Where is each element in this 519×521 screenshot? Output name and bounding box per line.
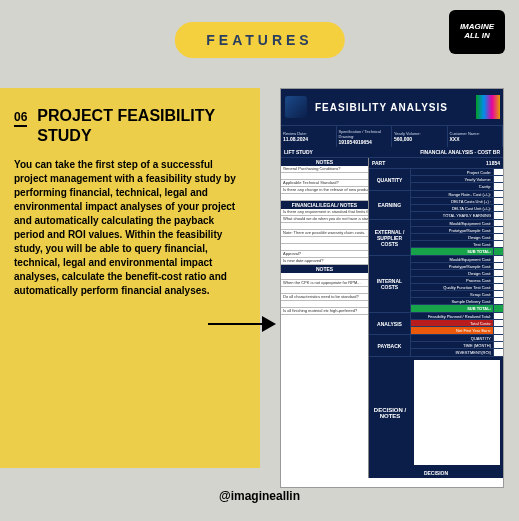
feasibility-document-preview: FEASIBILITY ANALYSIS Review Date: 11.08.…: [280, 88, 504, 488]
brand-logo: IMAGINE ALL IN: [449, 10, 505, 54]
doc-right-column: PART 11854 QUANTITYProject Code:Yearly V…: [369, 158, 503, 478]
notes-line: Do all characteristics need to be standa…: [281, 294, 368, 301]
part-number: 11854: [486, 160, 500, 166]
quantity-section: QUANTITYProject Code:Yearly Volume:Cavit…: [369, 169, 503, 191]
internal-row: Design Cost:: [411, 270, 503, 277]
decision-box: [414, 360, 500, 465]
external-row: Test Cost:: [411, 241, 503, 248]
spec-value: 191954919654: [339, 139, 390, 145]
part-label: PART: [372, 160, 385, 166]
external-row: Design Cost:: [411, 234, 503, 241]
notes-line: [281, 237, 368, 244]
features-heading: FEATURES: [174, 22, 344, 58]
notes-line: General Purchasing Conditions?: [281, 166, 368, 173]
internal-row: Process Cost:: [411, 277, 503, 284]
notes-line: [281, 223, 368, 230]
lift-study-label: LIFT STUDY: [284, 149, 313, 155]
payback-section: PAYBACKQUANTITYTIME (MONTH)INVESTMENT(RO…: [369, 335, 503, 357]
notes-line: Is there any change in the release of ne…: [281, 187, 368, 194]
earning-section: EARNINGRange Rate.. Cost (+/-):DELTA Cos…: [369, 191, 503, 220]
notes-line: [281, 287, 368, 294]
doc-header: FEASIBILITY ANALYSIS: [281, 89, 503, 125]
notes-line: Is all finishing material etc high-prefe…: [281, 308, 368, 315]
earning-row: DELTA Cost Unit (+/-):: [411, 205, 503, 212]
customer-value: XXX: [450, 136, 501, 142]
earning-row: Range Rate.. Cost (+/-):: [411, 191, 503, 198]
analysis-row: Total Costs:: [411, 320, 503, 327]
notes-line: Approval?: [281, 251, 368, 258]
earning-row: DELTA Costs Unit (+) :: [411, 198, 503, 205]
notes-heading: NOTES: [281, 158, 368, 166]
external-row: Prototype/Sample Cost:: [411, 227, 503, 234]
doc-info-row: Review Date: 11.08.2024 Specification / …: [281, 125, 503, 147]
decision-section: DECISION / NOTES: [369, 357, 503, 468]
notes-heading-2: NOTES: [281, 265, 368, 273]
analysis-row: Feasibility Planned / Realized Total:: [411, 313, 503, 320]
volume-value: 560,000: [394, 136, 445, 142]
external-section: EXTERNAL / SUPPLIER COSTSMould/Equipment…: [369, 220, 503, 256]
social-handle: @imagineallin: [219, 489, 300, 503]
quantity-row: Cavity:: [411, 183, 503, 190]
external-row: Mould/Equipment Cost:: [411, 220, 503, 227]
notes-line: Note: There are possible warranty claim …: [281, 230, 368, 237]
notes-line: [281, 244, 368, 251]
notes-line: What should we do when you do not have a…: [281, 216, 368, 223]
financial-legal-notes-heading: FINANCIAL/LEGAL/ NOTES: [281, 201, 368, 209]
payback-row: QUANTITY: [411, 335, 503, 342]
feature-description: You can take the first step of a success…: [14, 158, 246, 298]
internal-row: Sample Delivery Cost:: [411, 298, 503, 305]
quantity-row: Yearly Volume:: [411, 176, 503, 183]
chart-bars-icon: [476, 95, 500, 119]
external-subtotal: SUB TOTAL:: [411, 248, 503, 255]
analysis-section: ANALYSISFeasibility Planned / Realized T…: [369, 313, 503, 335]
payback-row: INVESTMENT(ROI): [411, 349, 503, 356]
decision-label: DECISION / NOTES: [369, 357, 411, 468]
internal-row: Scrap Cost:: [411, 291, 503, 298]
analysis-row: Net First Year Earn:: [411, 327, 503, 334]
feature-number: 06: [14, 110, 27, 127]
notes-line: Is there any requirement in standard tha…: [281, 209, 368, 216]
notes-line: [281, 301, 368, 308]
notes-line: [281, 194, 368, 201]
payback-row: TIME (MONTH): [411, 342, 503, 349]
internal-row: Prototype/Sample Cost:: [411, 263, 503, 270]
doc-title: FEASIBILITY ANALYSIS: [315, 102, 448, 113]
internal-subtotal: SUB TOTAL:: [411, 305, 503, 312]
internal-row: Mould/Equipment Cost:: [411, 256, 503, 263]
quantity-label: QUANTITY: [369, 169, 411, 190]
earning-row: TOTAL YEARLY EARNING: [411, 212, 503, 219]
notes-line: When the CPK is not appropriate for RPM.…: [281, 280, 368, 287]
analysis-label: ANALYSIS: [369, 313, 411, 334]
review-date-value: 11.08.2024: [283, 136, 334, 142]
earning-label: EARNING: [369, 191, 411, 219]
notes-line: Is new date approved?: [281, 258, 368, 265]
notes-line: [281, 273, 368, 280]
internal-section: INTERNAL COSTSMould/Equipment Cost:Proto…: [369, 256, 503, 313]
doc-left-column: NOTES General Purchasing Conditions?Appl…: [281, 158, 369, 478]
feature-title: PROJECT FEASIBILITY STUDY: [37, 106, 246, 146]
quantity-row: Project Code:: [411, 169, 503, 176]
internal-label: INTERNAL COSTS: [369, 256, 411, 312]
spec-label: Specification / Technical Drawing:: [339, 129, 390, 139]
feature-card: 06 PROJECT FEASIBILITY STUDY You can tak…: [0, 88, 260, 468]
notes-line: [281, 173, 368, 180]
internal-row: Quality Function Test Cost:: [411, 284, 503, 291]
financial-analysis-label: FINANCIAL ANALYSIS - COST BR: [420, 149, 500, 155]
notes-line: Applicable Technical Standard?: [281, 180, 368, 187]
decision-footer: DECISION: [369, 468, 503, 478]
payback-label: PAYBACK: [369, 335, 411, 356]
external-label: EXTERNAL / SUPPLIER COSTS: [369, 220, 411, 255]
doc-logo-icon: [285, 96, 307, 118]
